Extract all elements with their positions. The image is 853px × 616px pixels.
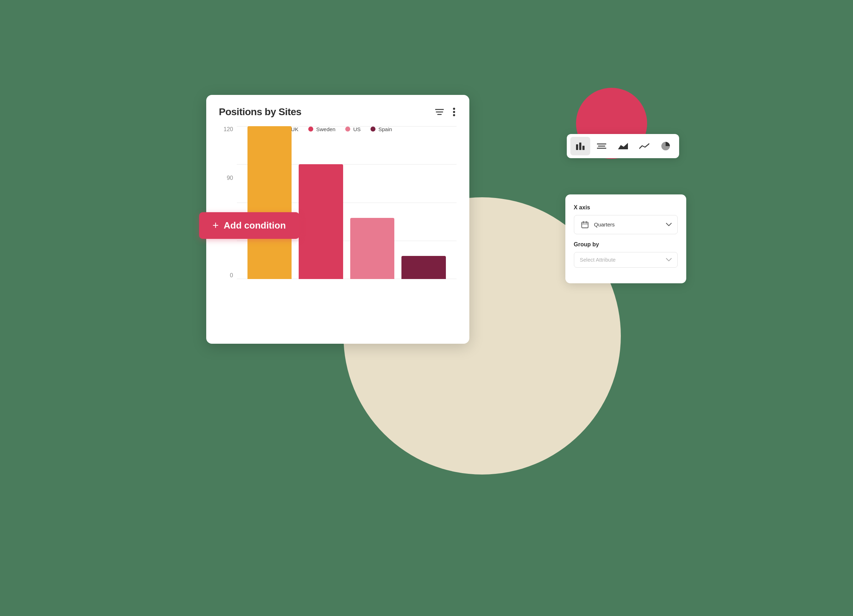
- chart-title: Positions by Sites: [219, 106, 302, 118]
- y-label-120: 120: [224, 126, 233, 133]
- group-by-label: Group by: [574, 241, 678, 248]
- chart-type-pie-button[interactable]: [656, 137, 675, 155]
- chart-header-actions: [434, 106, 457, 118]
- filter-button[interactable]: [434, 107, 445, 117]
- svg-marker-12: [618, 143, 628, 149]
- calendar-icon: [580, 220, 590, 230]
- group-by-dropdown[interactable]: Select Attribute: [574, 252, 678, 268]
- svg-point-5: [453, 114, 455, 116]
- y-axis-labels: 120 90 30 0: [219, 126, 233, 279]
- y-label-90: 90: [227, 175, 233, 181]
- plus-icon: +: [212, 220, 219, 231]
- x-axis-section: X axis Quarters: [574, 204, 678, 234]
- chart-header: Positions by Sites: [219, 106, 457, 118]
- x-axis-label: X axis: [574, 204, 678, 211]
- group-by-chevron-icon: [666, 256, 672, 263]
- add-condition-button[interactable]: + Add condition: [199, 212, 299, 239]
- svg-rect-13: [582, 222, 588, 228]
- scene: Positions by Sites: [178, 59, 675, 557]
- chart-type-selector: [567, 134, 679, 158]
- group-by-placeholder: Select Attribute: [580, 256, 666, 262]
- x-axis-dropdown[interactable]: Quarters: [574, 215, 678, 234]
- chart-type-area-button[interactable]: [613, 137, 633, 155]
- bar-spain: [401, 256, 446, 279]
- bar-us: [350, 218, 395, 279]
- chart-type-bar-button[interactable]: [570, 137, 590, 155]
- chart-plot: [237, 126, 457, 279]
- svg-rect-8: [583, 146, 584, 150]
- bar-uk: [247, 126, 292, 279]
- svg-rect-6: [576, 144, 578, 150]
- more-options-button[interactable]: [452, 106, 457, 118]
- chart-type-line-button[interactable]: [634, 137, 654, 155]
- x-axis-value: Quarters: [594, 222, 666, 228]
- svg-rect-7: [579, 143, 581, 150]
- y-label-0: 0: [230, 272, 233, 279]
- group-by-section: Group by Select Attribute: [574, 241, 678, 268]
- settings-panel: X axis Quarters: [565, 194, 686, 283]
- bars-container: [237, 126, 457, 279]
- x-axis-chevron-icon: [666, 222, 672, 228]
- add-condition-label: Add condition: [224, 220, 286, 231]
- svg-point-3: [453, 108, 455, 110]
- chart-type-gantt-button[interactable]: [592, 137, 612, 155]
- bar-sweden: [299, 164, 343, 279]
- svg-point-4: [453, 111, 455, 113]
